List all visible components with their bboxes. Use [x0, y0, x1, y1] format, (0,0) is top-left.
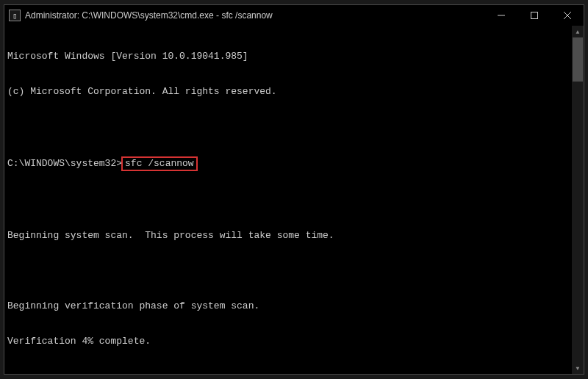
- scrollbar-track[interactable]: [572, 37, 584, 362]
- scan-begin-line: Beginning system scan. This process will…: [7, 230, 569, 242]
- content-area: Microsoft Windows [Version 10.0.19041.98…: [4, 26, 584, 374]
- minimize-icon: [498, 12, 505, 19]
- window-title: Administrator: C:\WINDOWS\system32\cmd.e…: [25, 10, 273, 21]
- verification-phase-line: Beginning verification phase of system s…: [7, 300, 569, 312]
- cmd-window: ▯ Administrator: C:\WINDOWS\system32\cmd…: [4, 4, 584, 375]
- verification-progress-line: Verification 4% complete.: [7, 336, 569, 347]
- close-icon: [564, 12, 571, 19]
- command-highlight: sfc /scannow: [121, 156, 198, 171]
- close-button[interactable]: [551, 5, 584, 26]
- vertical-scrollbar[interactable]: ▲ ▼: [572, 26, 584, 374]
- maximize-button[interactable]: [517, 5, 551, 26]
- svg-rect-1: [531, 12, 537, 19]
- minimize-button[interactable]: [484, 5, 517, 26]
- cmd-icon: ▯: [9, 10, 21, 21]
- blank-line-3: [7, 265, 569, 277]
- copyright-line: (c) Microsoft Corporation. All rights re…: [7, 86, 569, 98]
- scrollbar-thumb[interactable]: [573, 37, 583, 82]
- scrollbar-up-arrow[interactable]: ▲: [572, 26, 584, 37]
- terminal-output[interactable]: Microsoft Windows [Version 10.0.19041.98…: [4, 26, 572, 374]
- titlebar-left: ▯ Administrator: C:\WINDOWS\system32\cmd…: [9, 10, 273, 21]
- titlebar[interactable]: ▯ Administrator: C:\WINDOWS\system32\cmd…: [4, 5, 584, 26]
- prompt-text: C:\WINDOWS\system32>: [7, 158, 122, 170]
- blank-line-2: [7, 195, 569, 206]
- version-line: Microsoft Windows [Version 10.0.19041.98…: [7, 51, 569, 62]
- scrollbar-down-arrow[interactable]: ▼: [572, 362, 584, 374]
- prompt-line: C:\WINDOWS\system32>sfc /scannow: [7, 156, 569, 171]
- blank-line: [7, 121, 569, 133]
- titlebar-buttons: [484, 5, 584, 26]
- maximize-icon: [531, 12, 538, 19]
